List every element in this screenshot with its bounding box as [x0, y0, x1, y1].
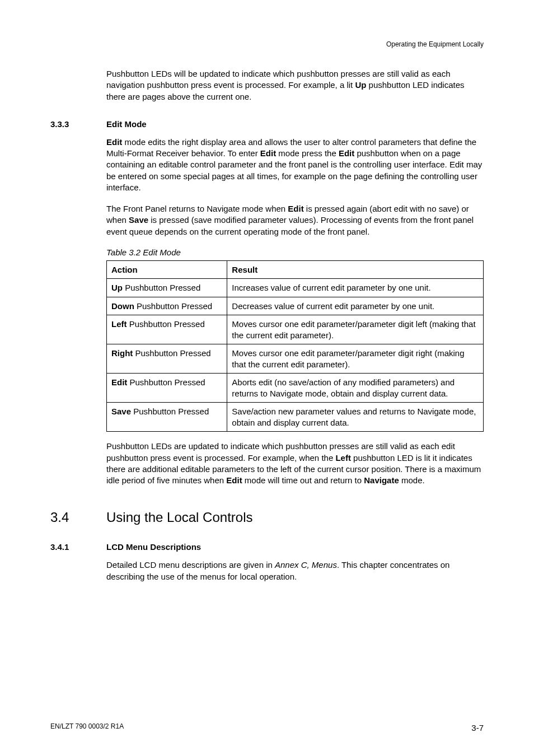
cell-result: Increases value of current edit paramete…: [227, 279, 484, 297]
section-title: Edit Mode: [106, 119, 147, 129]
table-header-row: Action Result: [107, 260, 484, 279]
section-number: 3.3.3: [50, 119, 106, 129]
post-table-para: Pushbutton LEDs are updated to indicate …: [106, 441, 484, 486]
section-333-body: Edit mode edits the right display area a…: [106, 137, 484, 487]
s341-p1: Detailed LCD menu descriptions are given…: [106, 559, 484, 582]
cell-result: Decreases value of current edit paramete…: [227, 297, 484, 315]
col-header-action: Action: [107, 260, 227, 279]
section-341-body: Detailed LCD menu descriptions are given…: [106, 559, 484, 582]
col-header-result: Result: [227, 260, 484, 279]
cell-action: Down Pushbutton Pressed: [107, 297, 227, 315]
section-333-heading: 3.3.3 Edit Mode: [50, 119, 484, 129]
cell-action: Up Pushbutton Pressed: [107, 279, 227, 297]
cell-result: Save/action new parameter values and ret…: [227, 403, 484, 432]
cell-result: Aborts edit (no save/action of any modif…: [227, 374, 484, 403]
table-row: Right Pushbutton Pressed Moves cursor on…: [107, 344, 484, 374]
cell-result: Moves cursor one edit parameter/paramete…: [227, 315, 484, 344]
table-row: Edit Pushbutton Pressed Aborts edit (no …: [107, 374, 484, 403]
cell-action: Right Pushbutton Pressed: [107, 344, 227, 374]
section-34-heading: 3.4 Using the Local Controls: [50, 510, 484, 525]
footer-doc-id: EN/LZT 790 0003/2 R1A: [50, 722, 124, 730]
cell-action: Left Pushbutton Pressed: [107, 315, 227, 344]
table-row: Down Pushbutton Pressed Decreases value …: [107, 297, 484, 315]
page: Operating the Equipment Locally Pushbutt…: [0, 0, 534, 756]
running-header: Operating the Equipment Locally: [50, 40, 484, 48]
s333-p1: Edit mode edits the right display area a…: [106, 137, 484, 193]
footer-page-number: 3-7: [471, 723, 484, 732]
section-title: Using the Local Controls: [106, 510, 252, 525]
cell-result: Moves cursor one edit parameter/paramete…: [227, 344, 484, 374]
section-title: LCD Menu Descriptions: [106, 542, 201, 552]
cell-action: Save Pushbutton Pressed: [107, 403, 227, 432]
section-341-heading: 3.4.1 LCD Menu Descriptions: [50, 542, 484, 552]
table-row: Up Pushbutton Pressed Increases value of…: [107, 279, 484, 297]
section-number: 3.4.1: [50, 542, 106, 552]
section-number: 3.4: [50, 510, 106, 525]
edit-mode-table: Action Result Up Pushbutton Pressed Incr…: [106, 260, 484, 432]
table-row: Save Pushbutton Pressed Save/action new …: [107, 403, 484, 432]
cell-action: Edit Pushbutton Pressed: [107, 374, 227, 403]
table-row: Left Pushbutton Pressed Moves cursor one…: [107, 315, 484, 344]
table-caption: Table 3.2 Edit Mode: [106, 248, 484, 257]
intro-para: Pushbutton LEDs will be updated to indic…: [106, 68, 484, 102]
s333-p2: The Front Panel returns to Navigate mode…: [106, 203, 484, 237]
intro-block: Pushbutton LEDs will be updated to indic…: [106, 68, 484, 102]
